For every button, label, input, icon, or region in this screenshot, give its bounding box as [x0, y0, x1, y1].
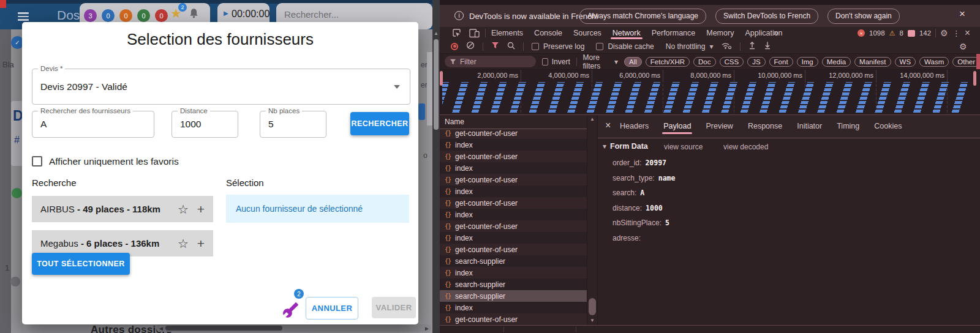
form-data-heading[interactable]: Form Data	[610, 142, 648, 151]
network-request-row[interactable]: {}index	[440, 267, 587, 279]
scroll-left-icon[interactable]: ◄	[158, 325, 164, 332]
filter-chip-fetchxhr[interactable]: Fetch/XHR	[646, 57, 690, 67]
network-request-row[interactable]: {}get-counter-of-user	[440, 244, 587, 255]
clear-icon[interactable]	[466, 41, 475, 51]
select-all-button[interactable]: TOUT SÉLECTIONNER	[32, 253, 130, 275]
search-button[interactable]: RECHERCHER	[350, 112, 409, 135]
issues-icon[interactable]	[908, 30, 915, 37]
tab-network[interactable]: Network	[612, 29, 641, 37]
warning-count[interactable]: 8	[900, 29, 903, 37]
favorites-checkbox[interactable]	[32, 156, 42, 166]
request-list-header[interactable]: Name	[440, 115, 587, 129]
menu-icon[interactable]	[18, 12, 29, 21]
request-tab-response[interactable]: Response	[748, 122, 782, 130]
favorite-star-icon[interactable]: ☆	[178, 236, 189, 251]
favorites-checkbox-label[interactable]: Afficher uniquement les favoris	[49, 156, 179, 167]
view-decoded-link[interactable]: view decoded	[723, 143, 768, 151]
network-request-row[interactable]: {}index	[440, 232, 587, 244]
network-request-row[interactable]: {}get-counter-of-user	[440, 220, 587, 232]
filter-chip-doc[interactable]: Doc	[693, 57, 715, 67]
more-filters-button[interactable]: More filters	[583, 53, 612, 70]
request-tab-cookies[interactable]: Cookies	[874, 122, 902, 130]
add-supplier-icon[interactable]: +	[197, 236, 205, 251]
issues-count[interactable]: 142	[919, 29, 931, 37]
warning-icon[interactable]: ⚠	[889, 29, 895, 37]
devis-select[interactable]: Devis * Devis 20997 - Validé	[32, 69, 410, 105]
filter-chip-font[interactable]: Font	[769, 57, 793, 67]
tab-elements[interactable]: Elements	[491, 29, 523, 37]
counter-badge[interactable]: 0	[155, 9, 168, 22]
text-field-2[interactable]: Distance1000	[172, 111, 238, 138]
kebab-menu-icon[interactable]: ⋮	[952, 29, 960, 38]
filter-chip-wasm[interactable]: Wasm	[919, 57, 949, 67]
network-request-row[interactable]: {}get-counter-of-user	[440, 197, 587, 209]
export-har-icon[interactable]	[748, 41, 756, 51]
text-field-3[interactable]: Nb places5	[260, 111, 326, 138]
timeline-right-handle[interactable]	[973, 71, 976, 86]
supplier-result-item[interactable]: AIRBUS - 49 places - 118km☆+	[32, 196, 213, 222]
inspect-element-icon[interactable]	[452, 29, 461, 40]
search-icon[interactable]	[507, 42, 515, 51]
network-request-row[interactable]: {}search-supplier	[440, 290, 587, 302]
error-count[interactable]: 1098	[869, 29, 885, 37]
disable-cache-checkbox[interactable]	[596, 43, 603, 50]
filter-chip-media[interactable]: Media	[822, 57, 851, 67]
preserve-log-label[interactable]: Preserve log	[543, 42, 584, 51]
network-request-row[interactable]: {}index	[440, 209, 587, 220]
infobar-action-button[interactable]: Don't show again	[827, 9, 900, 24]
favorite-star-icon[interactable]: ☆	[178, 202, 189, 217]
counter-badge[interactable]: 0	[119, 9, 132, 22]
counter-badge[interactable]: 0	[102, 9, 115, 22]
preserve-log-checkbox[interactable]	[532, 43, 539, 50]
disable-cache-label[interactable]: Disable cache	[608, 42, 654, 51]
tab-sources[interactable]: Sources	[573, 29, 601, 37]
tab-performance[interactable]: Performance	[652, 29, 696, 37]
request-tab-headers[interactable]: Headers	[620, 122, 649, 130]
filter-chip-css[interactable]: CSS	[720, 57, 744, 67]
filter-funnel-icon[interactable]	[491, 42, 499, 51]
network-request-row[interactable]: {}get-counter-of-user	[440, 151, 587, 162]
add-supplier-icon[interactable]: +	[197, 202, 205, 217]
notifications-bell-icon[interactable]	[189, 8, 198, 21]
cancel-button[interactable]: ANNULER	[306, 297, 358, 320]
filter-chip-all[interactable]: All	[624, 57, 642, 67]
network-request-row[interactable]: {}index	[440, 162, 587, 174]
filter-chip-ws[interactable]: WS	[895, 57, 916, 67]
import-har-icon[interactable]	[764, 41, 771, 51]
filter-chip-js[interactable]: JS	[747, 57, 765, 67]
scroll-up-icon[interactable]: ▲	[590, 116, 595, 122]
request-tab-preview[interactable]: Preview	[706, 122, 733, 130]
invert-checkbox[interactable]	[542, 58, 548, 65]
counter-badge[interactable]: 0	[137, 9, 150, 22]
requests-waterfall-overview[interactable]	[442, 82, 969, 114]
confirm-button[interactable]: VALIDER	[372, 297, 416, 318]
request-tab-payload[interactable]: Payload	[663, 122, 691, 130]
timeline-left-handle[interactable]	[440, 71, 443, 86]
request-tab-initiator[interactable]: Initiator	[797, 122, 822, 130]
network-request-row[interactable]: {}get-counter-of-user	[440, 174, 587, 185]
request-scroll-thumb[interactable]	[589, 298, 596, 315]
form-data-caret-icon[interactable]: ▾	[603, 142, 606, 151]
throttling-select[interactable]: No throttling	[666, 42, 706, 51]
devtools-close-icon[interactable]: ×	[965, 28, 970, 39]
error-icon[interactable]: ×	[858, 29, 865, 37]
more-tabs-chevrons[interactable]: »	[774, 28, 778, 37]
tab-console[interactable]: Console	[534, 29, 562, 37]
record-icon[interactable]	[451, 43, 458, 50]
device-toolbar-icon[interactable]	[469, 29, 480, 40]
network-request-row[interactable]: {}index	[440, 185, 587, 197]
network-request-row[interactable]: {}search-supplier	[440, 279, 587, 290]
request-tab-timing[interactable]: Timing	[837, 122, 859, 130]
network-settings-gear-icon[interactable]: ⚙	[959, 42, 967, 51]
network-conditions-icon[interactable]	[721, 42, 732, 51]
filter-chip-img[interactable]: Img	[797, 57, 818, 67]
filter-chip-manifest[interactable]: Manifest	[854, 57, 891, 67]
invert-label[interactable]: Invert	[552, 58, 570, 66]
horizontal-scroll-thumb[interactable]	[165, 326, 282, 331]
vertical-scroll-thumb[interactable]	[434, 39, 439, 130]
network-request-row[interactable]: {}search-supplier	[440, 255, 587, 267]
infobar-action-button[interactable]: Switch DevTools to French	[715, 9, 818, 24]
timer-play-icon[interactable]: ▶	[224, 10, 228, 17]
network-request-row[interactable]: {}index	[440, 139, 587, 151]
settings-gear-icon[interactable]: ⚙	[940, 28, 948, 38]
